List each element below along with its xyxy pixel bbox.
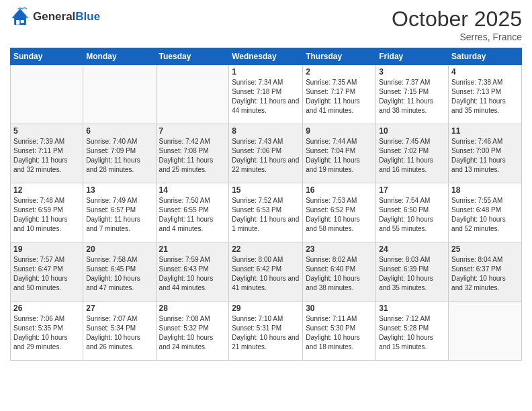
- day-cell: 6Sunrise: 7:40 AM Sunset: 7:09 PM Daylig…: [83, 124, 156, 183]
- day-header-tuesday: Tuesday: [156, 48, 229, 65]
- logo-text: General Blue: [33, 10, 100, 24]
- day-header-sunday: Sunday: [11, 48, 83, 65]
- day-number: 19: [13, 244, 80, 254]
- day-info: Sunrise: 8:04 AM Sunset: 6:37 PM Dayligh…: [451, 255, 519, 293]
- day-info: Sunrise: 7:40 AM Sunset: 7:09 PM Dayligh…: [86, 137, 152, 175]
- day-cell: 30Sunrise: 7:11 AM Sunset: 5:30 PM Dayli…: [303, 302, 376, 361]
- logo: General Blue: [10, 7, 100, 27]
- day-info: Sunrise: 7:54 AM Sunset: 6:50 PM Dayligh…: [379, 196, 445, 234]
- logo-icon: [10, 7, 30, 27]
- day-cell: 2Sunrise: 7:35 AM Sunset: 7:17 PM Daylig…: [303, 65, 376, 124]
- day-cell: [156, 65, 229, 124]
- day-cell: 12Sunrise: 7:48 AM Sunset: 6:59 PM Dayli…: [11, 183, 83, 242]
- day-info: Sunrise: 7:55 AM Sunset: 6:48 PM Dayligh…: [451, 196, 519, 234]
- day-cell: 28Sunrise: 7:08 AM Sunset: 5:32 PM Dayli…: [156, 302, 229, 361]
- svg-rect-4: [16, 20, 19, 25]
- month-title: October 2025: [392, 7, 522, 32]
- day-info: Sunrise: 7:46 AM Sunset: 7:00 PM Dayligh…: [451, 137, 519, 175]
- day-number: 2: [306, 67, 373, 77]
- day-cell: 22Sunrise: 8:00 AM Sunset: 6:42 PM Dayli…: [229, 242, 303, 302]
- day-info: Sunrise: 7:39 AM Sunset: 7:11 PM Dayligh…: [13, 137, 80, 175]
- day-header-monday: Monday: [83, 48, 156, 65]
- day-cell: 23Sunrise: 8:02 AM Sunset: 6:40 PM Dayli…: [303, 242, 376, 302]
- week-row-2: 5Sunrise: 7:39 AM Sunset: 7:11 PM Daylig…: [11, 124, 522, 183]
- day-number: 29: [232, 304, 300, 313]
- day-number: 18: [451, 185, 519, 195]
- day-cell: 17Sunrise: 7:54 AM Sunset: 6:50 PM Dayli…: [376, 183, 449, 242]
- day-cell: 3Sunrise: 7:37 AM Sunset: 7:15 PM Daylig…: [376, 65, 449, 124]
- day-cell: 15Sunrise: 7:52 AM Sunset: 6:53 PM Dayli…: [229, 183, 303, 242]
- day-number: 13: [86, 185, 152, 195]
- day-info: Sunrise: 7:43 AM Sunset: 7:06 PM Dayligh…: [232, 137, 300, 175]
- week-row-5: 26Sunrise: 7:06 AM Sunset: 5:35 PM Dayli…: [11, 302, 522, 361]
- day-info: Sunrise: 8:03 AM Sunset: 6:39 PM Dayligh…: [379, 255, 445, 293]
- day-cell: 5Sunrise: 7:39 AM Sunset: 7:11 PM Daylig…: [11, 124, 83, 183]
- day-cell: [449, 302, 522, 361]
- day-number: 28: [159, 304, 226, 313]
- day-cell: 13Sunrise: 7:49 AM Sunset: 6:57 PM Dayli…: [83, 183, 156, 242]
- day-number: 11: [451, 126, 519, 136]
- day-cell: 14Sunrise: 7:50 AM Sunset: 6:55 PM Dayli…: [156, 183, 229, 242]
- day-cell: 24Sunrise: 8:03 AM Sunset: 6:39 PM Dayli…: [376, 242, 449, 302]
- logo-blue: Blue: [75, 10, 100, 24]
- day-cell: 16Sunrise: 7:53 AM Sunset: 6:52 PM Dayli…: [303, 183, 376, 242]
- day-cell: 11Sunrise: 7:46 AM Sunset: 7:00 PM Dayli…: [449, 124, 522, 183]
- header: General Blue October 2025 Serres, France: [10, 7, 522, 42]
- day-info: Sunrise: 7:11 AM Sunset: 5:30 PM Dayligh…: [306, 314, 373, 352]
- day-cell: 31Sunrise: 7:12 AM Sunset: 5:28 PM Dayli…: [376, 302, 449, 361]
- day-cell: 27Sunrise: 7:07 AM Sunset: 5:34 PM Dayli…: [83, 302, 156, 361]
- day-info: Sunrise: 7:50 AM Sunset: 6:55 PM Dayligh…: [159, 196, 226, 234]
- header-row: SundayMondayTuesdayWednesdayThursdayFrid…: [11, 48, 522, 65]
- svg-rect-5: [21, 20, 24, 23]
- day-number: 25: [451, 244, 519, 254]
- day-number: 3: [379, 67, 445, 77]
- week-row-1: 1Sunrise: 7:34 AM Sunset: 7:18 PM Daylig…: [11, 65, 522, 124]
- day-info: Sunrise: 8:00 AM Sunset: 6:42 PM Dayligh…: [232, 255, 300, 293]
- day-info: Sunrise: 7:53 AM Sunset: 6:52 PM Dayligh…: [306, 196, 373, 234]
- day-cell: 8Sunrise: 7:43 AM Sunset: 7:06 PM Daylig…: [229, 124, 303, 183]
- day-number: 14: [159, 185, 226, 195]
- day-info: Sunrise: 7:10 AM Sunset: 5:31 PM Dayligh…: [232, 314, 300, 352]
- day-cell: 7Sunrise: 7:42 AM Sunset: 7:08 PM Daylig…: [156, 124, 229, 183]
- day-number: 5: [13, 126, 80, 136]
- day-number: 1: [232, 67, 300, 77]
- day-cell: [11, 65, 83, 124]
- day-cell: 25Sunrise: 8:04 AM Sunset: 6:37 PM Dayli…: [449, 242, 522, 302]
- calendar: SundayMondayTuesdayWednesdayThursdayFrid…: [10, 48, 522, 361]
- day-number: 24: [379, 244, 445, 254]
- title-block: October 2025 Serres, France: [392, 7, 522, 42]
- day-info: Sunrise: 7:59 AM Sunset: 6:43 PM Dayligh…: [159, 255, 226, 293]
- day-number: 27: [86, 304, 152, 313]
- day-info: Sunrise: 7:45 AM Sunset: 7:02 PM Dayligh…: [379, 137, 445, 175]
- day-info: Sunrise: 7:38 AM Sunset: 7:13 PM Dayligh…: [451, 78, 519, 116]
- day-number: 6: [86, 126, 152, 136]
- day-cell: 19Sunrise: 7:57 AM Sunset: 6:47 PM Dayli…: [11, 242, 83, 302]
- day-cell: 1Sunrise: 7:34 AM Sunset: 7:18 PM Daylig…: [229, 65, 303, 124]
- day-info: Sunrise: 7:34 AM Sunset: 7:18 PM Dayligh…: [232, 78, 300, 116]
- location: Serres, France: [392, 32, 522, 42]
- day-info: Sunrise: 7:35 AM Sunset: 7:17 PM Dayligh…: [306, 78, 373, 116]
- day-cell: 21Sunrise: 7:59 AM Sunset: 6:43 PM Dayli…: [156, 242, 229, 302]
- week-row-4: 19Sunrise: 7:57 AM Sunset: 6:47 PM Dayli…: [11, 242, 522, 302]
- day-cell: [83, 65, 156, 124]
- day-info: Sunrise: 7:44 AM Sunset: 7:04 PM Dayligh…: [306, 137, 373, 175]
- day-number: 31: [379, 304, 445, 313]
- day-number: 4: [451, 67, 519, 77]
- day-header-friday: Friday: [376, 48, 449, 65]
- day-number: 26: [13, 304, 80, 313]
- day-info: Sunrise: 7:49 AM Sunset: 6:57 PM Dayligh…: [86, 196, 152, 234]
- day-info: Sunrise: 7:52 AM Sunset: 6:53 PM Dayligh…: [232, 196, 300, 234]
- day-number: 22: [232, 244, 300, 254]
- day-number: 10: [379, 126, 445, 136]
- day-number: 8: [232, 126, 300, 136]
- day-cell: 26Sunrise: 7:06 AM Sunset: 5:35 PM Dayli…: [11, 302, 83, 361]
- day-info: Sunrise: 7:48 AM Sunset: 6:59 PM Dayligh…: [13, 196, 80, 234]
- day-header-saturday: Saturday: [449, 48, 522, 65]
- day-info: Sunrise: 7:58 AM Sunset: 6:45 PM Dayligh…: [86, 255, 152, 293]
- logo-general: General: [33, 10, 75, 24]
- day-number: 21: [159, 244, 226, 254]
- day-header-wednesday: Wednesday: [229, 48, 303, 65]
- day-info: Sunrise: 7:07 AM Sunset: 5:34 PM Dayligh…: [86, 314, 152, 352]
- day-number: 23: [306, 244, 373, 254]
- day-info: Sunrise: 7:42 AM Sunset: 7:08 PM Dayligh…: [159, 137, 226, 175]
